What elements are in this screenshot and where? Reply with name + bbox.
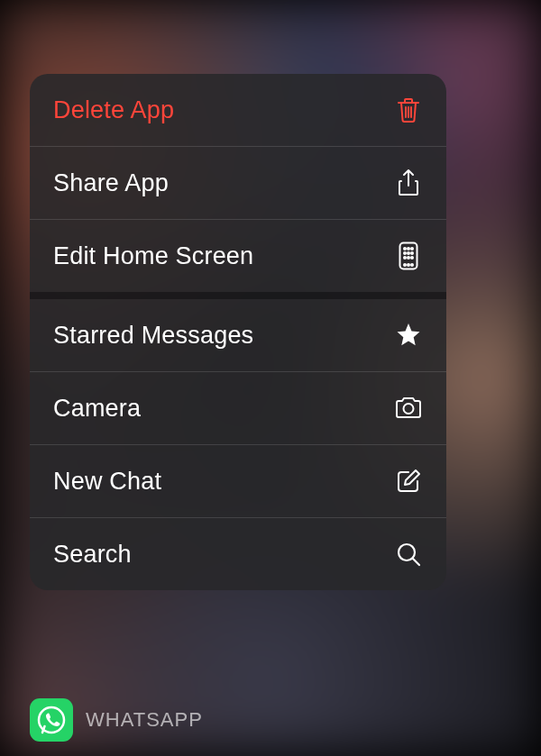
menu-item-starred-messages[interactable]: Starred Messages [30, 299, 446, 372]
menu-item-delete-app[interactable]: Delete App [30, 74, 446, 147]
svg-point-6 [411, 252, 413, 254]
context-menu: Delete App Share App Edit Home Screen [30, 74, 446, 590]
menu-group-app-actions: Starred Messages Camera New Chat [30, 292, 446, 590]
menu-label: New Chat [53, 468, 161, 496]
svg-point-13 [404, 404, 414, 414]
menu-label: Edit Home Screen [53, 242, 253, 270]
share-icon [394, 169, 423, 197]
menu-item-camera[interactable]: Camera [30, 372, 446, 445]
star-icon [394, 321, 423, 350]
menu-item-edit-home-screen[interactable]: Edit Home Screen [30, 220, 446, 292]
menu-label: Starred Messages [53, 322, 253, 350]
search-icon [394, 540, 423, 569]
svg-point-3 [411, 248, 413, 250]
whatsapp-app-icon [30, 698, 73, 742]
menu-group-system: Delete App Share App Edit Home Screen [30, 74, 446, 292]
menu-label: Camera [53, 395, 141, 423]
menu-item-new-chat[interactable]: New Chat [30, 445, 446, 518]
svg-point-10 [404, 264, 406, 266]
svg-point-2 [408, 248, 409, 250]
menu-label: Delete App [53, 96, 174, 124]
svg-point-8 [408, 257, 409, 259]
camera-icon [394, 394, 423, 423]
menu-item-share-app[interactable]: Share App [30, 147, 446, 220]
svg-point-4 [404, 252, 406, 254]
app-name-label: WHATSAPP [86, 708, 203, 732]
svg-point-5 [408, 252, 409, 254]
svg-point-9 [411, 257, 413, 259]
svg-point-12 [411, 264, 413, 266]
compose-icon [394, 467, 423, 496]
svg-point-11 [408, 264, 409, 266]
menu-label: Share App [53, 169, 169, 197]
trash-icon [394, 96, 423, 124]
app-label-row[interactable]: WHATSAPP [30, 698, 203, 742]
apps-grid-icon [394, 241, 423, 270]
menu-item-search[interactable]: Search [30, 518, 446, 590]
svg-point-1 [404, 248, 406, 250]
menu-label: Search [53, 541, 132, 569]
svg-point-7 [404, 257, 406, 259]
